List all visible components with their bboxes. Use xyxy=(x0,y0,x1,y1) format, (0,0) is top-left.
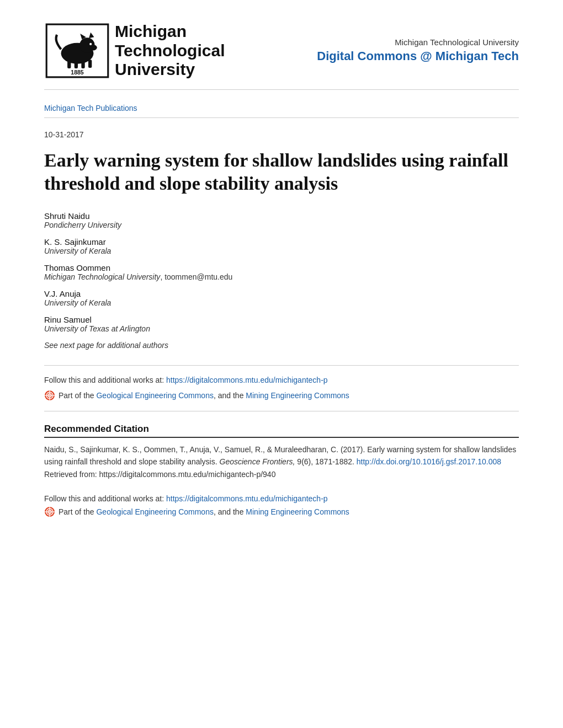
see-next-label: See next page for additional authors xyxy=(44,341,519,350)
follow-line: Follow this and additional works at: htt… xyxy=(44,376,519,384)
part-of-text2: Part of the Geological Engineering Commo… xyxy=(59,507,349,516)
follow-link[interactable]: https://digitalcommons.mtu.edu/michigant… xyxy=(166,376,328,384)
article-date: 10-31-2017 xyxy=(44,130,519,139)
mtu-logo-icon: 1885 xyxy=(44,23,110,78)
author-name: Shruti Naidu xyxy=(44,211,519,221)
university-name-label: Michigan Technological University xyxy=(317,38,519,47)
follow-link2[interactable]: https://digitalcommons.mtu.edu/michigant… xyxy=(166,494,328,503)
author-name: K. S. Sajinkumar xyxy=(44,237,519,247)
author-name: Rinu Samuel xyxy=(44,315,519,324)
svg-point-3 xyxy=(89,45,97,51)
svg-rect-7 xyxy=(75,61,78,68)
part-of-line2: Part of the Geological Engineering Commo… xyxy=(44,506,519,517)
mining-commons-link[interactable]: Mining Engineering Commons xyxy=(246,391,349,400)
author-block: Rinu Samuel University of Texas at Arlin… xyxy=(44,315,519,333)
author-affiliation: Pondicherry University xyxy=(44,221,519,229)
author-block: Thomas Oommen Michigan Technological Uni… xyxy=(44,263,519,281)
author-affiliation: University of Kerala xyxy=(44,247,519,255)
recommended-citation-section: Recommended Citation Naidu, S., Sajinkum… xyxy=(44,424,519,479)
follow-section2: Follow this and additional works at: htt… xyxy=(44,494,519,517)
author-block: Shruti Naidu Pondicherry University xyxy=(44,211,519,229)
breadcrumb-link[interactable]: Michigan Tech Publications xyxy=(44,104,137,113)
network-icon xyxy=(44,390,55,401)
svg-rect-6 xyxy=(67,60,71,68)
breadcrumb-bar: Michigan Tech Publications xyxy=(44,95,519,118)
geological-commons-link2[interactable]: Geological Engineering Commons xyxy=(96,507,213,516)
svg-point-10 xyxy=(89,43,92,45)
retrieved-line: Retrieved from: https://digitalcommons.m… xyxy=(44,470,519,479)
mining-commons-link2[interactable]: Mining Engineering Commons xyxy=(246,507,349,516)
page-header: 1885 Michigan Technological University M… xyxy=(44,22,519,90)
svg-rect-9 xyxy=(88,60,92,68)
author-name: Thomas Oommen xyxy=(44,263,519,272)
citation-text: Naidu, S., Sajinkumar, K. S., Oommen, T.… xyxy=(44,443,519,468)
divider xyxy=(44,365,519,366)
author-block: K. S. Sajinkumar University of Kerala xyxy=(44,237,519,255)
svg-text:1885: 1885 xyxy=(71,68,84,75)
follow-line2: Follow this and additional works at: htt… xyxy=(44,494,519,503)
logo-text: Michigan Technological University xyxy=(115,22,225,79)
part-of-text: Part of the Geological Engineering Commo… xyxy=(59,391,349,400)
digital-commons-link[interactable]: Digital Commons @ Michigan Tech xyxy=(317,49,519,63)
author-name: V.J. Anuja xyxy=(44,289,519,298)
author-affiliation: University of Texas at Arlington xyxy=(44,324,519,333)
author-block: V.J. Anuja University of Kerala xyxy=(44,289,519,307)
doi-link[interactable]: http://dx.doi.org/10.1016/j.gsf.2017.10.… xyxy=(357,457,501,466)
logo-area: 1885 Michigan Technological University xyxy=(44,22,225,79)
svg-rect-8 xyxy=(81,61,84,68)
geological-commons-link[interactable]: Geological Engineering Commons xyxy=(96,391,213,400)
article-title: Early warning system for shallow landsli… xyxy=(44,149,519,196)
author-affiliation: Michigan Technological University, toomm… xyxy=(44,272,519,281)
network-icon2 xyxy=(44,506,55,517)
right-header: Michigan Technological University Digita… xyxy=(317,38,519,63)
part-of-line: Part of the Geological Engineering Commo… xyxy=(44,390,519,401)
divider2 xyxy=(44,411,519,411)
authors-list: Shruti Naidu Pondicherry University K. S… xyxy=(44,211,519,333)
author-affiliation: University of Kerala xyxy=(44,298,519,307)
recommended-citation-heading: Recommended Citation xyxy=(44,424,519,438)
